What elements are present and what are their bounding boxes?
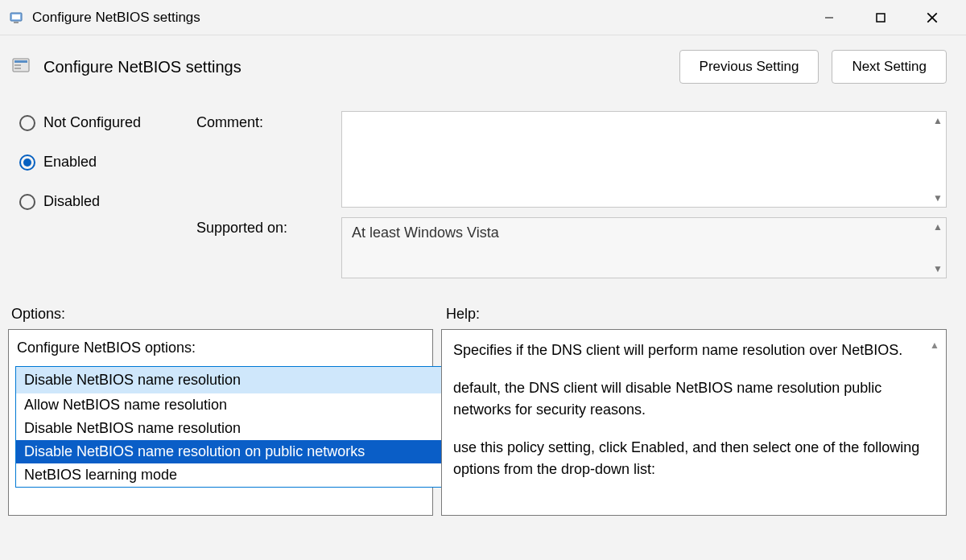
help-pane: Specifies if the DNS client will perform… <box>441 329 947 516</box>
supported-on-label: Supported on: <box>196 220 333 237</box>
help-paragraph: default, the DNS client will disable Net… <box>453 377 925 421</box>
maximize-button[interactable] <box>863 5 898 31</box>
svg-rect-8 <box>14 60 27 63</box>
radio-enabled[interactable]: Enabled <box>19 154 188 171</box>
close-button[interactable] <box>914 5 950 31</box>
scroll-down-icon[interactable]: ▼ <box>933 192 943 204</box>
radio-label: Enabled <box>43 154 97 171</box>
svg-rect-9 <box>14 64 21 66</box>
page-title: Configure NetBIOS settings <box>43 58 679 76</box>
scroll-down-icon[interactable]: ▼ <box>933 263 943 274</box>
svg-rect-2 <box>14 22 19 23</box>
radio-not-configured[interactable]: Not Configured <box>19 114 188 131</box>
svg-rect-4 <box>877 14 885 22</box>
help-paragraph: use this policy setting, click Enabled, … <box>453 437 925 480</box>
netbios-options-dropdown[interactable]: Disable NetBIOS name resolution Allow Ne… <box>15 366 466 488</box>
help-scrollbar[interactable]: ▲ <box>930 338 943 507</box>
svg-rect-1 <box>12 14 20 19</box>
radio-label: Not Configured <box>43 114 141 131</box>
dropdown-selected[interactable]: Disable NetBIOS name resolution <box>16 367 465 393</box>
radio-label: Disabled <box>43 193 100 210</box>
window-title: Configure NetBIOS settings <box>32 10 811 26</box>
dropdown-item[interactable]: Disable NetBIOS name resolution on publi… <box>16 440 465 463</box>
policy-icon <box>11 56 34 78</box>
comment-textarea[interactable]: ▲ ▼ <box>341 111 947 208</box>
radio-icon <box>19 115 35 131</box>
scroll-up-icon[interactable]: ▲ <box>933 115 943 126</box>
options-label: Options: <box>11 306 446 323</box>
help-paragraph: Specifies if the DNS client will perform… <box>453 340 925 361</box>
help-label: Help: <box>446 306 947 323</box>
dropdown-item[interactable]: Allow NetBIOS name resolution <box>16 393 465 417</box>
previous-setting-button[interactable]: Previous Setting <box>679 50 819 84</box>
header: Configure NetBIOS settings Previous Sett… <box>0 35 966 89</box>
radio-disabled[interactable]: Disabled <box>19 193 188 210</box>
scroll-up-icon[interactable]: ▲ <box>933 221 943 233</box>
options-pane: Configure NetBIOS options: Disable NetBI… <box>8 329 433 516</box>
supported-on-value: At least Windows Vista <box>342 218 946 248</box>
app-icon <box>8 9 26 27</box>
minimize-button[interactable] <box>811 5 847 31</box>
dropdown-item[interactable]: Disable NetBIOS name resolution <box>16 417 465 440</box>
dropdown-item[interactable]: NetBIOS learning mode <box>16 463 465 487</box>
state-radio-group: Not Configured Enabled Disabled <box>19 111 188 210</box>
comment-label: Comment: <box>196 114 333 131</box>
titlebar: Configure NetBIOS settings <box>0 0 966 35</box>
svg-rect-10 <box>14 68 21 69</box>
configure-netbios-options-label: Configure NetBIOS options: <box>15 340 429 356</box>
window-controls <box>811 5 950 31</box>
scroll-up-icon[interactable]: ▲ <box>930 338 943 352</box>
next-setting-button[interactable]: Next Setting <box>832 50 947 84</box>
radio-icon <box>19 194 35 210</box>
supported-on-field: At least Windows Vista ▲ ▼ <box>341 217 947 278</box>
radio-icon <box>19 154 35 171</box>
